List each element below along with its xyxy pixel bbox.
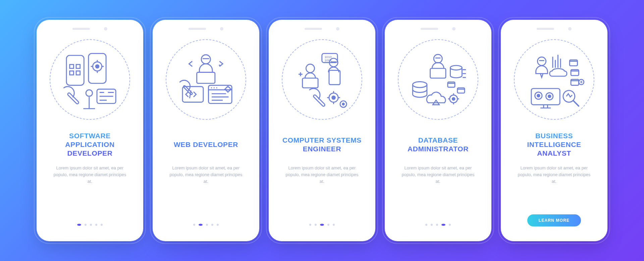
dot-5[interactable] xyxy=(101,224,103,226)
onboarding-slide-2: WEB DEVELOPER Lorem ipsum dolor sit amet… xyxy=(153,20,259,241)
slide-title: SOFTWARE APPLICATION DEVELOPER xyxy=(41,131,139,158)
page-indicator xyxy=(273,224,371,226)
phone-notch xyxy=(41,26,139,32)
svg-rect-30 xyxy=(430,68,446,78)
svg-point-34 xyxy=(452,98,455,100)
onboarding-slide-3: 1010 1001 COMPUTER SYSTEMS ENGINEER Lore… xyxy=(269,20,375,241)
svg-point-17 xyxy=(306,64,315,73)
svg-rect-2 xyxy=(76,64,80,68)
dot-4[interactable] xyxy=(441,224,445,226)
phone-notch xyxy=(157,26,255,32)
onboarding-slide-4: DATABASE ADMINISTRATOR Lorem ipsum dolor… xyxy=(385,20,491,241)
dot-1[interactable] xyxy=(77,224,81,226)
slide-description: Lorem ipsum dolor sit amet, ea per popul… xyxy=(273,165,371,224)
database-admin-icon xyxy=(398,39,478,120)
svg-point-16 xyxy=(226,87,230,92)
dot-4[interactable] xyxy=(211,224,213,226)
dot-3[interactable] xyxy=(206,224,208,226)
dot-2[interactable] xyxy=(85,224,87,226)
svg-point-46 xyxy=(548,95,551,98)
dot-1[interactable] xyxy=(309,224,311,226)
svg-rect-35 xyxy=(448,82,455,87)
dot-3[interactable] xyxy=(90,224,92,226)
svg-rect-18 xyxy=(303,78,318,88)
svg-point-32 xyxy=(450,65,462,70)
phone-notch xyxy=(505,26,603,32)
slide-description: Lorem ipsum dolor sit amet, ea per popul… xyxy=(505,165,603,214)
svg-point-29 xyxy=(434,54,442,63)
svg-point-31 xyxy=(413,82,427,88)
dot-4[interactable] xyxy=(327,224,329,226)
svg-point-11 xyxy=(201,55,210,64)
learn-more-button[interactable]: LEARN MORE xyxy=(527,214,581,226)
page-indicator xyxy=(157,224,255,226)
slide-description: Lorem ipsum dolor sit amet, ea per popul… xyxy=(157,165,255,224)
bi-analyst-icon xyxy=(514,39,594,120)
slide-title: WEB DEVELOPER xyxy=(157,131,255,158)
svg-rect-20 xyxy=(329,70,340,85)
dot-1[interactable] xyxy=(193,224,195,226)
dot-1[interactable] xyxy=(425,224,427,226)
dot-2[interactable] xyxy=(431,224,433,226)
systems-engineer-icon: 1010 1001 xyxy=(282,39,362,120)
svg-point-26 xyxy=(332,96,335,99)
page-indicator xyxy=(41,224,139,226)
dot-4[interactable] xyxy=(95,224,97,226)
dot-5[interactable] xyxy=(217,224,219,226)
phone-notch xyxy=(273,26,371,32)
dot-2[interactable] xyxy=(199,224,203,226)
web-dev-icon xyxy=(166,39,246,120)
svg-rect-0 xyxy=(66,55,84,85)
dot-2[interactable] xyxy=(315,224,317,226)
onboarding-slide-1: SOFTWARE APPLICATION DEVELOPER Lorem ips… xyxy=(37,20,143,241)
svg-point-7 xyxy=(96,65,99,68)
dot-5[interactable] xyxy=(449,224,451,226)
svg-rect-1 xyxy=(70,64,74,68)
svg-rect-36 xyxy=(458,88,465,93)
slide-description: Lorem ipsum dolor sit amet, ea per popul… xyxy=(389,165,487,224)
dot-3[interactable] xyxy=(436,224,438,226)
slide-title: DATABASE ADMINISTRATOR xyxy=(389,131,487,158)
slide-description: Lorem ipsum dolor sit amet, ea per popul… xyxy=(41,165,139,224)
dot-3[interactable] xyxy=(320,224,324,226)
page-indicator xyxy=(389,224,487,226)
software-dev-icon xyxy=(50,39,130,120)
svg-rect-4 xyxy=(76,71,80,75)
phone-notch xyxy=(389,26,487,32)
svg-rect-8 xyxy=(67,93,79,105)
svg-rect-24 xyxy=(313,95,325,107)
svg-point-28 xyxy=(342,103,344,105)
svg-rect-3 xyxy=(70,71,74,75)
slide-title: BUSINESS INTELLIGENCE ANALYST xyxy=(505,131,603,158)
svg-text:1001: 1001 xyxy=(325,58,332,62)
dot-5[interactable] xyxy=(333,224,335,226)
svg-point-9 xyxy=(86,90,92,96)
svg-rect-12 xyxy=(197,72,215,84)
slide-title: COMPUTER SYSTEMS ENGINEER xyxy=(273,131,371,158)
svg-point-44 xyxy=(537,95,540,97)
onboarding-slide-5: BUSINESS INTELLIGENCE ANALYST Lorem ipsu… xyxy=(501,20,607,241)
svg-point-37 xyxy=(538,57,546,65)
